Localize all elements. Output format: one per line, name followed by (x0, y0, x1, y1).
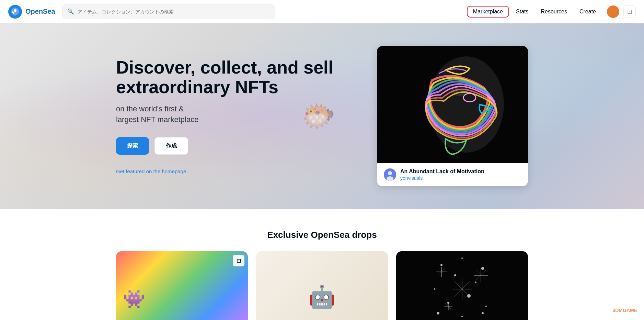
svg-point-9 (461, 257, 463, 259)
nav-link-stats[interactable]: Stats (510, 7, 534, 17)
nav-link-marketplace[interactable]: Marketplace (467, 6, 509, 18)
svg-point-11 (434, 288, 435, 290)
svg-point-4 (451, 86, 468, 96)
wallet-icon[interactable]: ⊡ (623, 5, 636, 18)
drop-card-2[interactable]: 🤖 (256, 251, 388, 320)
drop-card-3-content (396, 251, 528, 320)
svg-point-12 (454, 274, 456, 276)
hero-section: 🐡 Discover, collect, and sell extraordin… (0, 23, 644, 209)
logo-text: OpenSea (25, 8, 55, 15)
nav-link-resources[interactable]: Resources (535, 7, 572, 17)
hero-title: Discover, collect, and sell extraordinar… (116, 58, 356, 97)
drops-grid: 👾 ⊡ 🤖 (116, 251, 528, 320)
svg-point-17 (437, 312, 439, 315)
drop-card-1-icon: ⊡ (233, 255, 244, 266)
explore-button[interactable]: 探索 (116, 137, 149, 155)
drop-card-1[interactable]: 👾 ⊡ (116, 251, 248, 320)
nft-card-text: An Abundant Lack of Motivation yonvisual… (400, 168, 484, 181)
svg-point-19 (482, 312, 484, 314)
nav-links: Marketplace Stats Resources Create ⊡ (467, 5, 636, 18)
navbar: OpenSea 🔍 Marketplace Stats Resources Cr… (0, 0, 644, 23)
svg-point-6 (388, 171, 392, 175)
svg-point-8 (440, 264, 442, 266)
logo[interactable]: OpenSea (8, 5, 55, 19)
nft-card-creator[interactable]: yonvisuals (400, 175, 484, 181)
nft-card-image (377, 46, 528, 163)
hero-buttons: 探索 作成 (116, 137, 356, 155)
svg-point-10 (481, 267, 484, 270)
nft-creator-avatar (384, 168, 396, 181)
watermark: 3DMGAME (612, 308, 637, 313)
nft-card-title: An Abundant Lack of Motivation (400, 168, 484, 175)
hero-text-block: Discover, collect, and sell extraordinar… (116, 58, 356, 175)
nft-card[interactable]: An Abundant Lack of Motivation yonvisual… (377, 46, 528, 186)
avatar[interactable] (607, 5, 619, 18)
nft-card-info: An Abundant Lack of Motivation yonvisual… (377, 163, 528, 186)
drop-card-2-mascot: 🤖 (308, 284, 336, 310)
drops-section-title: Exclusive OpenSea drops (27, 230, 617, 240)
svg-point-13 (475, 282, 476, 283)
hero-content: Discover, collect, and sell extraordinar… (116, 46, 528, 186)
opensea-logo-icon (8, 5, 22, 19)
search-icon: 🔍 (67, 8, 74, 15)
hero-subtitle: on the world's first &largest NFT market… (116, 104, 356, 125)
nav-link-create[interactable]: Create (574, 7, 601, 17)
search-bar[interactable]: 🔍 (62, 4, 275, 19)
featured-link[interactable]: Get featured on the homepage (116, 168, 186, 174)
drops-section: Exclusive OpenSea drops 👾 ⊡ 🤖 (0, 209, 644, 320)
nft-sculpture (377, 46, 528, 163)
svg-point-16 (485, 306, 487, 307)
search-input[interactable] (78, 9, 270, 14)
drop-card-3[interactable] (396, 251, 528, 320)
svg-point-18 (461, 316, 463, 317)
drop-card-1-mascot: 👾 (123, 289, 145, 310)
create-button[interactable]: 作成 (154, 137, 188, 155)
